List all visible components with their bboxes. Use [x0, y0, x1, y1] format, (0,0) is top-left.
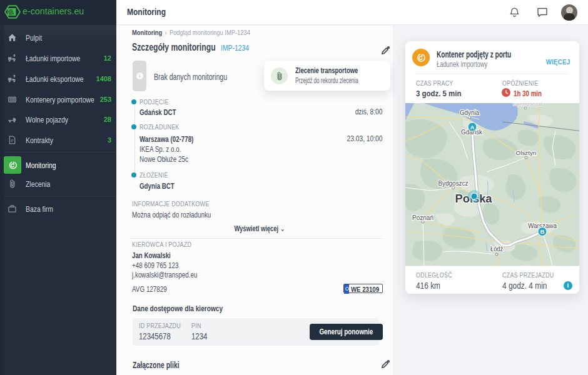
svg-text:Łódź: Łódź: [490, 245, 503, 252]
svg-text:B: B: [540, 229, 545, 235]
svg-text:A: A: [470, 124, 475, 131]
svg-text:Olsztyn: Olsztyn: [516, 149, 537, 156]
svg-text:Poznań: Poznań: [412, 214, 433, 221]
svg-text:Gdynia: Gdynia: [460, 109, 479, 116]
svg-text:Bydgoszcz: Bydgoszcz: [438, 179, 469, 187]
